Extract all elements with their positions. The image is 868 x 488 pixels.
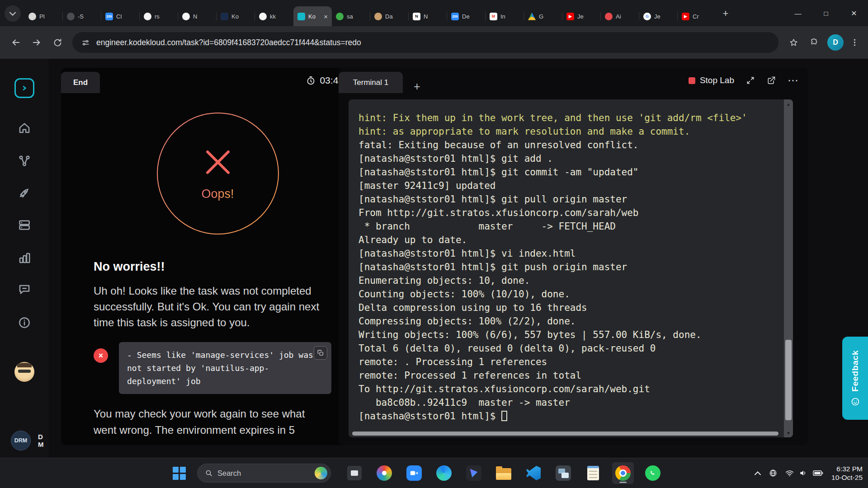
copy-button[interactable] [314, 346, 327, 360]
browser-tab[interactable]: Ko [217, 6, 255, 26]
whatsapp-icon [645, 465, 660, 481]
tray-chevron-up-icon[interactable] [755, 471, 761, 475]
taskbar-image-viewer[interactable] [344, 462, 365, 484]
extensions-icon[interactable] [804, 32, 825, 53]
scroll-up-arrow[interactable]: ▲ [784, 99, 793, 108]
taskbar-photos[interactable] [373, 462, 395, 484]
sidebar-item-pipelines[interactable] [18, 154, 31, 168]
kodekloud-logo[interactable] [14, 78, 34, 98]
browser-tab[interactable]: Da [370, 6, 409, 26]
info-icon [18, 316, 31, 329]
result-panel-body: Oops! No worries!! Uh oh! Looks like the… [61, 93, 374, 445]
terminal-line: [natasha@ststor01 html]$ git push origin… [359, 260, 784, 274]
add-terminal-button[interactable]: + [414, 80, 420, 93]
expand-terminal-icon[interactable] [746, 76, 755, 85]
terminal-line: * branch master -> FETCH_HEAD [359, 220, 784, 233]
browser-tab[interactable]: ▶Je [562, 6, 601, 26]
open-in-new-icon[interactable] [767, 76, 776, 85]
browser-tab[interactable]: zmDe [447, 6, 486, 26]
taskbar-remote-desktop[interactable] [552, 462, 574, 484]
sidebar-item-servers[interactable] [18, 218, 31, 232]
close-button[interactable]: × [840, 0, 868, 26]
leaderboard-icon [18, 251, 31, 265]
url-bar[interactable]: engineer.kodekloud.com/task?id=6809f4168… [72, 32, 778, 53]
taskbar-edge[interactable] [433, 462, 455, 484]
site-info-icon[interactable] [81, 38, 90, 47]
sidebar-item-feedback[interactable] [18, 282, 31, 296]
tab-search-button[interactable] [5, 5, 21, 22]
browser-tab[interactable]: rs [140, 6, 178, 26]
taskbar-chrome[interactable] [612, 462, 634, 484]
result-panel: End 03:47 Oop [61, 68, 374, 445]
tab-favicon [259, 13, 267, 20]
taskbar-vscode[interactable] [523, 462, 544, 484]
tab-title: sa [347, 13, 366, 20]
network-globe-icon[interactable] [769, 469, 777, 477]
sidebar-item-info[interactable] [18, 316, 31, 329]
forward-button[interactable] [26, 32, 47, 53]
browser-tab[interactable]: zmCl [101, 6, 140, 26]
taskbar-dev-app[interactable] [463, 462, 485, 484]
browser-tab[interactable]: MIn [486, 6, 524, 26]
terminal-line: remote: . Processing 1 references [359, 355, 784, 369]
browser-tab[interactable]: sa [332, 6, 370, 26]
image-viewer-icon [347, 466, 362, 480]
tab-title: Ko [308, 13, 321, 20]
profile-avatar[interactable]: D [827, 34, 844, 51]
kodekloud-sidebar: DRM D M [0, 59, 49, 458]
sidebar-profile-avatar[interactable] [14, 362, 34, 382]
feedback-tab[interactable]: Feedback [842, 337, 868, 420]
stop-lab-button[interactable]: Stop Lab [689, 75, 734, 85]
taskbar-zoom[interactable] [403, 462, 425, 484]
minimize-button[interactable]: — [784, 0, 812, 26]
browser-tab[interactable]: N [178, 6, 217, 26]
bookmark-star-icon[interactable] [783, 32, 804, 53]
user-chip[interactable]: DRM D M [11, 431, 44, 450]
tab-end[interactable]: End [61, 72, 100, 93]
reload-button[interactable] [47, 32, 68, 53]
terminal-line: [master 92411c9] updated [359, 179, 784, 192]
taskbar-search[interactable]: Search [197, 464, 331, 483]
taskbar-file-explorer[interactable] [493, 462, 514, 484]
quick-settings[interactable] [785, 469, 823, 477]
browser-tab[interactable]: G [524, 6, 562, 26]
scroll-down-arrow[interactable]: ▼ [784, 428, 793, 437]
browser-tab[interactable]: Ko× [293, 6, 332, 26]
taskbar-notepad[interactable] [582, 462, 604, 484]
browser-menu-icon[interactable] [846, 32, 863, 53]
sidebar-item-deployments[interactable] [18, 186, 31, 200]
chevron-down-icon [9, 12, 16, 16]
tab-favicon [297, 13, 305, 20]
error-line: not started by 'nautilus-app- [127, 361, 323, 375]
tab-close-icon[interactable]: × [324, 13, 328, 20]
browser-tab[interactable]: kk [255, 6, 293, 26]
browser-tab[interactable]: Pl [24, 6, 63, 26]
terminal[interactable]: hint: Fix them up in the work tree, and … [349, 99, 793, 437]
terminal-line: hint: Fix them up in the work tree, and … [359, 111, 784, 125]
browser-tab[interactable]: ▶Cr [678, 6, 716, 26]
back-button[interactable] [5, 32, 26, 53]
browser-tab[interactable]: Ai [601, 6, 639, 26]
tab-terminal-1[interactable]: Terminal 1 [339, 72, 403, 93]
search-highlight-icon[interactable] [315, 467, 327, 479]
desktop-screen: Pl-SzmClrsNKokkKo×saDaNNzmDeMInG▶JeAiGJe… [0, 0, 868, 488]
terminal-vertical-scrollbar[interactable]: ▲ ▼ [784, 99, 793, 437]
taskbar-whatsapp[interactable] [642, 462, 664, 484]
terminal-horizontal-scrollbar[interactable] [352, 432, 778, 436]
sidebar-item-home[interactable] [18, 121, 31, 135]
terminal-menu-icon[interactable]: ⋯ [788, 74, 799, 87]
browser-tab[interactable]: -S [63, 6, 101, 26]
terminal-panel-header: Terminal 1 + Stop Lab ⋯ [339, 68, 808, 93]
browser-tab[interactable]: NN [409, 6, 447, 26]
terminal-line: [natasha@ststor01 html]$ git commit -am … [359, 165, 784, 179]
result-footer: You may check your work again to see wha… [94, 406, 320, 438]
scrollbar-thumb[interactable] [785, 340, 792, 420]
new-tab-button[interactable]: + [718, 6, 733, 21]
terminal-line: Compressing objects: 100% (2/2), done. [359, 314, 784, 328]
taskbar-clock[interactable]: 6:32 PM 10-Oct-25 [831, 465, 863, 482]
sidebar-item-labs[interactable] [18, 251, 31, 265]
maximize-button[interactable]: □ [812, 0, 840, 26]
tab-favicon: zm [105, 13, 113, 20]
start-button[interactable] [168, 462, 190, 484]
browser-tab[interactable]: GJe [639, 6, 678, 26]
